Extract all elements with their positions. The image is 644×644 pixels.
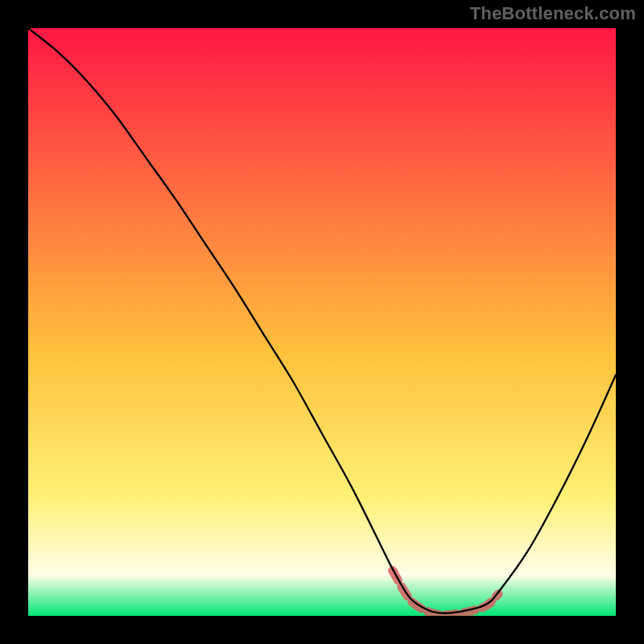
chart-frame: TheBottleneck.com [0, 0, 644, 644]
plot-area [28, 28, 616, 616]
watermark-text: TheBottleneck.com [470, 3, 636, 24]
plot-svg [28, 28, 616, 616]
